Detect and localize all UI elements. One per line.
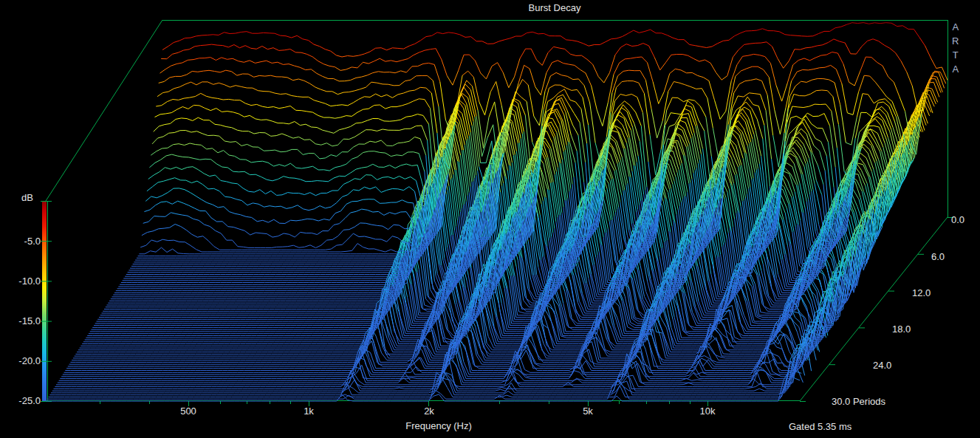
db-tick-minus5: -5.0 (0, 236, 41, 247)
db-tick-minus20: -20.0 (0, 356, 41, 366)
waterfall-slices (46, 23, 948, 401)
waterfall-plot (0, 0, 980, 438)
colorbar-unit-label: dB (21, 193, 33, 203)
db-tick-minus15: -15.0 (0, 316, 41, 326)
freq-tick-1k: 1k (304, 406, 314, 417)
burst-decay-window: Burst Decay ARTA dB -5.0 -10.0 -15.0 -20… (0, 0, 980, 438)
arta-watermark: ARTA (950, 21, 960, 78)
period-tick-12: 12.0 (912, 288, 931, 298)
gated-annotation: Gated 5.35 ms (789, 422, 851, 432)
period-tick-18: 18.0 (892, 324, 911, 335)
colorbar (41, 201, 52, 402)
freq-tick-2k: 2k (424, 406, 434, 417)
period-tick-30: 30.0 Periods (832, 397, 885, 407)
db-tick-minus10: -10.0 (0, 276, 41, 287)
freq-tick-10k: 10k (700, 406, 716, 417)
chart-title: Burst Decay (529, 3, 581, 13)
x-axis-title: Frequency (Hz) (405, 421, 472, 431)
period-tick-6: 6.0 (931, 252, 945, 262)
period-tick-0: 0.0 (951, 215, 964, 225)
freq-tick-500: 500 (180, 406, 196, 417)
db-tick-minus25: -25.0 (0, 396, 41, 406)
period-tick-24: 24.0 (873, 360, 891, 371)
freq-tick-5k: 5k (583, 406, 593, 417)
